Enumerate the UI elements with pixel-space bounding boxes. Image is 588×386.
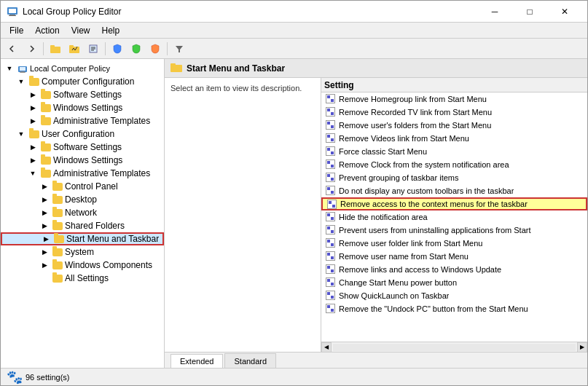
tabs-area: Extended Standard xyxy=(165,352,587,368)
menu-file[interactable]: File xyxy=(4,24,29,37)
forward-button[interactable] xyxy=(23,41,40,57)
settings-item-s3[interactable]: Remove user's folders from the Start Men… xyxy=(321,119,587,132)
ss1-toggle[interactable]: ▶ xyxy=(27,89,39,101)
app-window: Local Group Policy Editor ─ □ ✕ File Act… xyxy=(0,0,588,386)
settings-item-s9[interactable]: Remove access to the context menus for t… xyxy=(321,197,587,210)
tab-standard[interactable]: Standard xyxy=(224,353,276,368)
svg-rect-4 xyxy=(50,47,60,53)
wc-toggle[interactable]: ▶ xyxy=(39,259,50,271)
menu-help[interactable]: Help xyxy=(96,24,126,37)
settings-item-s13[interactable]: Remove user name from Start Menu xyxy=(321,250,587,263)
svg-rect-1 xyxy=(9,9,16,13)
tree-item-software-settings-1[interactable]: ▶ Software Settings xyxy=(1,88,164,101)
ws2-toggle[interactable]: ▶ xyxy=(27,154,39,166)
tree-item-windows-settings-1[interactable]: ▶ Windows Settings xyxy=(1,101,164,114)
menu-action[interactable]: Action xyxy=(29,24,65,37)
tree-item-software-settings-2[interactable]: ▶ Software Settings xyxy=(1,141,164,154)
tree-item-all-settings[interactable]: ▶ All Settings xyxy=(1,272,164,285)
tree-item-desktop[interactable]: ▶ Desktop xyxy=(1,193,164,206)
settings-item-s14[interactable]: Remove links and access to Windows Updat… xyxy=(321,263,587,276)
settings-list[interactable]: Remove Homegroup link from Start Menu xyxy=(321,92,587,342)
net-icon xyxy=(52,207,63,218)
tree-item-windows-settings-2[interactable]: ▶ Windows Settings xyxy=(1,154,164,167)
settings-item-s1[interactable]: Remove Homegroup link from Start Menu xyxy=(321,92,587,106)
computer-config-toggle[interactable]: ▼ xyxy=(15,76,27,87)
user-config-toggle[interactable]: ▼ xyxy=(15,128,27,140)
svg-rect-3 xyxy=(9,15,16,16)
settings-label-s1: Remove Homegroup link from Start Menu xyxy=(339,95,487,103)
tree-root[interactable]: ▼ Local Computer Policy xyxy=(1,62,164,75)
toolbar xyxy=(1,39,587,59)
sf-label: Shared Folders xyxy=(65,219,125,232)
settings-item-s10[interactable]: Hide the notification area xyxy=(321,210,587,224)
sf-toggle[interactable]: ▶ xyxy=(39,220,50,232)
folder-btn-1[interactable] xyxy=(47,41,64,57)
edit-btn[interactable] xyxy=(85,41,102,57)
tree-item-start-menu[interactable]: ▶ Start Menu and Taskbar xyxy=(1,232,164,245)
net-toggle[interactable]: ▶ xyxy=(39,207,50,218)
tree-item-windows-components[interactable]: ▶ Windows Components xyxy=(1,259,164,272)
settings-item-s11[interactable]: Prevent users from uninstalling applicat… xyxy=(321,224,587,237)
filter-btn[interactable] xyxy=(170,41,188,57)
tree-item-admin-templates-1[interactable]: ▶ Administrative Templates xyxy=(1,114,164,127)
at2-toggle[interactable]: ▼ xyxy=(27,168,39,179)
settings-item-s16[interactable]: Show QuickLaunch on Taskbar xyxy=(321,289,587,302)
back-button[interactable] xyxy=(4,41,21,57)
tree-item-network[interactable]: ▶ Network xyxy=(1,206,164,219)
shield-btn-2[interactable] xyxy=(128,41,145,57)
settings-header-label: Setting xyxy=(324,80,354,90)
policy-icon-s14 xyxy=(324,264,336,275)
settings-label-s3: Remove user's folders from the Start Men… xyxy=(339,121,491,130)
sm-toggle[interactable]: ▶ xyxy=(40,233,52,245)
ss2-toggle[interactable]: ▶ xyxy=(27,141,39,153)
close-button[interactable]: ✕ xyxy=(548,1,581,22)
settings-label-s15: Change Start Menu power button xyxy=(339,278,457,287)
settings-item-s17[interactable]: Remove the "Undock PC" button from the S… xyxy=(321,302,587,315)
shield-btn-1[interactable] xyxy=(109,41,126,57)
ws1-toggle[interactable]: ▶ xyxy=(27,102,39,114)
tab-extended[interactable]: Extended xyxy=(170,354,223,368)
tree-item-admin-templates-2[interactable]: ▼ Administrative Templates xyxy=(1,167,164,180)
minimize-button[interactable]: ─ xyxy=(478,1,511,22)
settings-item-s15[interactable]: Change Start Menu power button xyxy=(321,276,587,289)
title-bar: Local Group Policy Editor ─ □ ✕ xyxy=(1,1,587,23)
scroll-left-btn[interactable]: ◀ xyxy=(321,342,332,352)
menu-view[interactable]: View xyxy=(66,24,96,37)
settings-label-s11: Prevent users from uninstalling applicat… xyxy=(339,226,531,235)
ws1-icon xyxy=(40,102,52,114)
settings-item-s2[interactable]: Remove Recorded TV link from Start Menu xyxy=(321,106,587,119)
ss2-icon xyxy=(40,141,52,153)
dt-toggle[interactable]: ▶ xyxy=(39,194,50,205)
maximize-button[interactable]: □ xyxy=(513,1,546,22)
cp-toggle[interactable]: ▶ xyxy=(39,181,50,192)
right-header: Start Menu and Taskbar xyxy=(165,59,587,78)
settings-item-s7[interactable]: Prevent grouping of taskbar items xyxy=(321,171,587,184)
settings-item-s4[interactable]: Remove Videos link from Start Menu xyxy=(321,132,587,145)
tree-item-system[interactable]: ▶ System xyxy=(1,245,164,259)
status-text: 96 setting(s) xyxy=(26,373,70,382)
svg-rect-16 xyxy=(20,72,26,73)
at1-toggle[interactable]: ▶ xyxy=(27,115,39,127)
root-toggle[interactable]: ▼ xyxy=(4,63,15,74)
svg-rect-17 xyxy=(170,65,182,72)
settings-item-s5[interactable]: Force classic Start Menu xyxy=(321,145,587,158)
horizontal-scrollbar[interactable]: ◀ ▶ xyxy=(321,342,587,352)
shield-btn-3[interactable] xyxy=(146,41,164,57)
settings-item-s6[interactable]: Remove Clock from the system notificatio… xyxy=(321,158,587,171)
at2-icon xyxy=(40,168,52,179)
settings-item-s12[interactable]: Remove user folder link from Start Menu xyxy=(321,237,587,250)
dt-icon xyxy=(52,194,63,205)
settings-label-s6: Remove Clock from the system notificatio… xyxy=(339,160,509,169)
sys-toggle[interactable]: ▶ xyxy=(39,246,50,258)
policy-icon-s15 xyxy=(324,277,336,288)
policy-icon-s16 xyxy=(324,290,336,302)
folder-btn-2[interactable] xyxy=(66,41,83,57)
scroll-right-btn[interactable]: ▶ xyxy=(577,342,587,352)
tree-item-user-config[interactable]: ▼ User Configuration xyxy=(1,127,164,141)
tree-item-control-panel[interactable]: ▶ Control Panel xyxy=(1,180,164,193)
settings-item-s8[interactable]: Do not display any custom toolbars in th… xyxy=(321,184,587,197)
tree-item-shared-folders[interactable]: ▶ Shared Folders xyxy=(1,219,164,232)
tree-item-computer-config[interactable]: ▼ Computer Configuration xyxy=(1,75,164,88)
status-bar: 🐾 96 setting(s) xyxy=(1,368,587,385)
settings-label-s17: Remove the "Undock PC" button from the S… xyxy=(339,304,528,313)
